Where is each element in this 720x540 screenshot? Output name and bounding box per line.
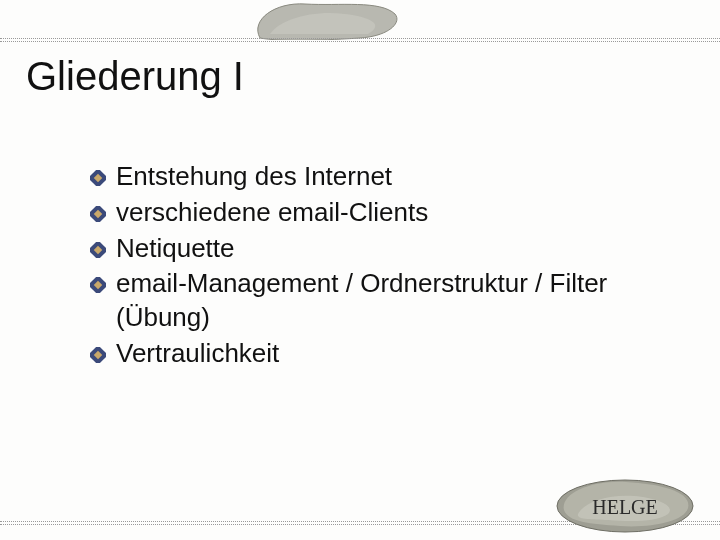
bullet-icon (90, 347, 106, 363)
logo-text: HELGE (592, 496, 658, 518)
bullet-icon (90, 170, 106, 186)
decor-rock-top (250, 0, 400, 40)
bullet-list: Entstehung des Internet verschiedene ema… (90, 160, 680, 373)
list-item-text: email-Management / Ordnerstruktur / Filt… (116, 267, 680, 335)
list-item-text: Netiquette (116, 232, 680, 266)
logo-rock: HELGE (550, 466, 700, 536)
list-item-text: Entstehung des Internet (116, 160, 680, 194)
list-item: Entstehung des Internet (90, 160, 680, 194)
list-item: Netiquette (90, 232, 680, 266)
list-item: verschiedene email-Clients (90, 196, 680, 230)
list-item: email-Management / Ordnerstruktur / Filt… (90, 267, 680, 335)
list-item: Vertraulichkeit (90, 337, 680, 371)
bullet-icon (90, 242, 106, 258)
slide-title: Gliederung I (26, 54, 244, 99)
rule-top (0, 38, 720, 42)
list-item-text: verschiedene email-Clients (116, 196, 680, 230)
bullet-icon (90, 206, 106, 222)
bullet-icon (90, 277, 106, 293)
list-item-text: Vertraulichkeit (116, 337, 680, 371)
